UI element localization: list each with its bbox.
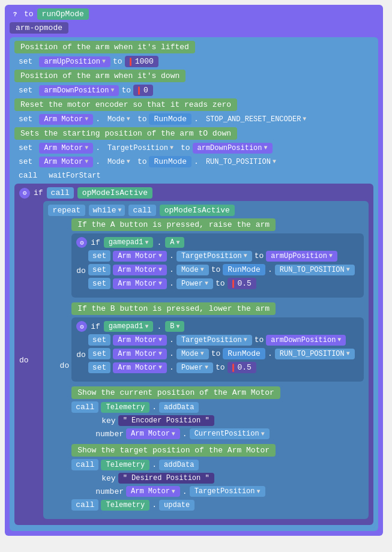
if-opmode-block: ⚙ if call opModeIsActive do repeat while…	[14, 184, 373, 525]
dot-3: .	[95, 143, 100, 152]
telemetry-chip-2[interactable]: Telemetry	[101, 460, 149, 470]
runmode-a2[interactable]: RunMode	[223, 264, 265, 275]
call-kw-tel-2: call	[71, 459, 98, 470]
update-chip[interactable]: update	[159, 500, 194, 511]
gear-icon-1: ⚙	[19, 188, 30, 199]
set-kw-b2: set	[88, 348, 110, 359]
set-arm-target-down-row: set Arm Motor ▼ . TargetPosition ▼ to ar…	[14, 142, 373, 154]
telemetry-update-row: call Telemetry . update	[71, 499, 364, 511]
telemetry-call-row-2: call Telemetry . addData	[71, 459, 364, 470]
telemetry-chip-3[interactable]: Telemetry	[101, 500, 149, 511]
gear-icon-2: ⚙	[76, 237, 87, 248]
do-b-row: do set Arm Motor ▼ . TargetPosition ▼	[76, 334, 359, 376]
stop-reset-chip[interactable]: STOP_AND_RESET_ENCODER ▼	[201, 114, 311, 125]
gamepad1-chip-b[interactable]: gamepad1 ▼	[104, 321, 154, 332]
runmode-chip-2[interactable]: RunMode	[149, 156, 191, 167]
run-to-pos-chip-1[interactable]: RUN_TO_POSITION ▼	[201, 157, 281, 167]
adddata-chip-2[interactable]: addData	[159, 460, 199, 470]
comment-lifted: Position of the arm when it's lifted	[14, 41, 195, 53]
run-to-pos-b2[interactable]: RUN_TO_POSITION ▼	[275, 349, 355, 359]
armdown-ref-chip-b[interactable]: armDownPosition ▼	[266, 335, 346, 346]
do-a-row: do set Arm Motor ▼ . TargetPosition ▼	[76, 250, 359, 292]
to-kw-5: to	[137, 157, 147, 166]
arm-motor-tel-2[interactable]: Arm Motor ▼	[126, 486, 180, 497]
comment-show-current: Show the current position of the Arm Mot…	[71, 386, 280, 399]
mode-chip-2[interactable]: Mode ▼	[103, 157, 135, 167]
repeat-header: repeat while ▼ call opModeIsActive	[48, 205, 364, 216]
arm-motor-b2[interactable]: Arm Motor ▼	[113, 349, 167, 359]
mode-a2[interactable]: Mode ▼	[176, 265, 209, 275]
encoder-pos-string[interactable]: " Encoder Position "	[118, 415, 214, 426]
run-opmode-chip[interactable]: runOpMode	[37, 8, 89, 20]
dot-5: .	[194, 157, 199, 166]
power-a3[interactable]: Power ▼	[176, 278, 213, 289]
targetpos-a1[interactable]: TargetPosition ▼	[176, 251, 252, 262]
armupposition-chip[interactable]: armUpPosition ▼	[39, 56, 110, 67]
dot-4: .	[95, 157, 100, 166]
targetpos-chip-1[interactable]: TargetPosition ▼	[103, 143, 178, 154]
set-kw-b1: set	[88, 334, 110, 346]
desired-pos-string[interactable]: " Desired Position "	[118, 473, 214, 484]
dot-gp2: .	[157, 322, 161, 331]
set-kw-a1: set	[88, 250, 110, 262]
arm-motor-tel-1[interactable]: Arm Motor ▼	[126, 428, 180, 439]
set-arm-mode-run-row: set Arm Motor ▼ . Mode ▼ to RunMode . RU…	[14, 156, 373, 167]
arm-motor-chip-1[interactable]: Arm Motor ▼	[39, 114, 93, 125]
repeat-block: repeat while ▼ call opModeIsActive do If…	[43, 201, 369, 519]
set-keyword-4: set	[14, 142, 37, 154]
if-kw-2: if	[91, 238, 100, 247]
if-gamepad-a-block: ⚙ if gamepad1 ▼ . A ▼ do	[71, 233, 364, 298]
arm-motor-b1[interactable]: Arm Motor ▼	[113, 335, 167, 346]
key-row-1: key " Encoder Position "	[71, 415, 364, 426]
targetpos-b1[interactable]: TargetPosition ▼	[176, 335, 252, 346]
telemetry-chip-1[interactable]: Telemetry	[101, 402, 149, 413]
set-keyword-5: set	[14, 156, 37, 167]
gear-icon-3: ⚙	[76, 321, 87, 332]
armdownposition-ref-chip[interactable]: armDownPosition ▼	[193, 143, 273, 154]
if-gamepad-b-block: ⚙ if gamepad1 ▼ . B ▼ do	[71, 317, 364, 382]
call-kw-tel-3: call	[71, 499, 98, 511]
power-val-a3: 0.5	[228, 278, 256, 289]
run-to-pos-a2[interactable]: RUN_TO_POSITION ▼	[275, 265, 355, 275]
armup-ref-chip[interactable]: armUpPosition ▼	[266, 251, 337, 262]
do-row-1: do repeat while ▼ call opModeIsActive do	[19, 201, 369, 519]
button-b-chip[interactable]: B ▼	[165, 321, 184, 332]
arm-motor-chip-3[interactable]: Arm Motor ▼	[39, 157, 93, 167]
targetpos-chip-tel[interactable]: TargetPosition ▼	[190, 486, 265, 497]
arm-motor-a3[interactable]: Arm Motor ▼	[113, 278, 167, 289]
while-chip[interactable]: while ▼	[89, 205, 125, 216]
do-row-2: do If the A button is pressed, raise the…	[60, 218, 364, 513]
runmode-b2[interactable]: RunMode	[223, 348, 265, 359]
a-sets: set Arm Motor ▼ . TargetPosition ▼ to ar…	[88, 250, 359, 292]
key-kw-1: key	[101, 416, 115, 425]
header-row: ? to runOpMode	[10, 8, 378, 20]
adddata-chip-1[interactable]: addData	[159, 402, 199, 413]
set-kw-a2: set	[88, 264, 110, 275]
opmode-active-chip-2[interactable]: opModeIsActive	[160, 205, 235, 216]
set-power-b1-row: set Arm Motor ▼ . Power ▼ to 0.5	[88, 362, 359, 373]
comment-down: Position of the arm when it's down	[14, 70, 185, 82]
power-b3[interactable]: Power ▼	[176, 362, 213, 373]
gamepad1-chip-a[interactable]: gamepad1 ▼	[104, 237, 154, 248]
opmode-active-chip-1[interactable]: opModeIsActive	[77, 187, 152, 199]
currentpos-chip[interactable]: CurrentPosition ▼	[190, 428, 270, 439]
call-kw-tel-1: call	[71, 401, 98, 413]
number-kw-2: number	[95, 487, 124, 496]
arm-motor-a2[interactable]: Arm Motor ▼	[113, 265, 167, 275]
button-a-chip[interactable]: A ▼	[165, 237, 184, 248]
call-kw-inner-1: call	[47, 187, 74, 199]
set-mode-b1-row: set Arm Motor ▼ . Mode ▼ to RunMode .	[88, 348, 359, 359]
arm-motor-chip-2[interactable]: Arm Motor ▼	[39, 143, 93, 154]
set-armdownposition-row: set armDownPosition ▼ to 0	[14, 85, 373, 96]
arm-motor-a1[interactable]: Arm Motor ▼	[113, 251, 167, 262]
waitforstart-chip[interactable]: waitForStart	[44, 170, 105, 181]
mode-b2[interactable]: Mode ▼	[176, 349, 209, 359]
do-kw-b: do	[76, 350, 86, 359]
dot-1: .	[95, 115, 100, 124]
arm-motor-b3[interactable]: Arm Motor ▼	[113, 362, 167, 373]
if-kw-3: if	[91, 322, 100, 331]
comment-b-button: If the B button is pressed, lower the ar…	[71, 302, 276, 315]
armdownposition-chip[interactable]: armDownPosition ▼	[39, 85, 119, 96]
mode-chip-1[interactable]: Mode ▼	[103, 114, 135, 125]
runmode-chip-1[interactable]: RunMode	[149, 113, 191, 125]
